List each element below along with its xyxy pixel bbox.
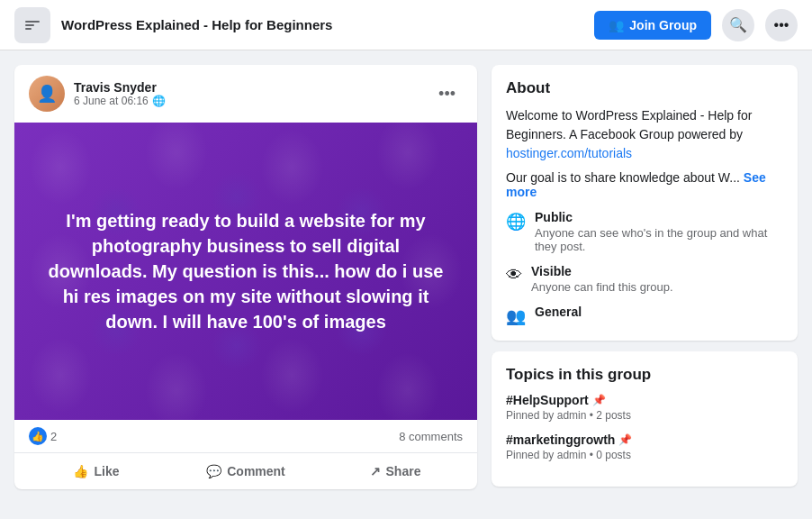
topic-name-text-1: #marketinggrowth bbox=[506, 432, 615, 447]
reactions-count: 2 bbox=[50, 430, 57, 443]
goal-text: Our goal is to share knowledge about W..… bbox=[506, 170, 740, 185]
post-stats: 👍 2 8 comments bbox=[14, 420, 477, 453]
sidebar: About Welcome to WordPress Explained - H… bbox=[492, 65, 798, 487]
like-button[interactable]: 👍 Like bbox=[22, 457, 171, 486]
general-content: General bbox=[535, 305, 582, 319]
join-group-label: Join Group bbox=[629, 18, 697, 32]
post-more-icon: ••• bbox=[438, 85, 456, 103]
eye-icon: 👁 bbox=[506, 266, 522, 285]
search-icon: 🔍 bbox=[729, 16, 747, 33]
svg-rect-3 bbox=[25, 28, 32, 30]
about-goal: Our goal is to share knowledge about W..… bbox=[506, 170, 783, 199]
visible-desc: Anyone can find this group. bbox=[531, 280, 673, 294]
about-card: About Welcome to WordPress Explained - H… bbox=[492, 65, 798, 341]
about-title: About bbox=[506, 79, 783, 97]
main-content: 👤 Travis Snyder 6 June at 06:16 🌐 ••• I'… bbox=[0, 50, 812, 504]
svg-rect-1 bbox=[25, 21, 40, 23]
post-actions: 👍 Like 💬 Comment ↗ Share bbox=[14, 453, 477, 489]
topic-item-1: #marketinggrowth 📌 Pinned by admin • 0 p… bbox=[506, 432, 783, 461]
about-visible-item: 👁 Visible Anyone can find this group. bbox=[506, 264, 783, 294]
share-button[interactable]: ↗ Share bbox=[320, 457, 470, 486]
topic-meta-0: Pinned by admin • 2 posts bbox=[506, 409, 783, 422]
topics-title: Topics in this group bbox=[506, 366, 783, 384]
more-icon: ••• bbox=[774, 17, 789, 33]
like-icon: 👍 bbox=[73, 464, 88, 478]
comment-button[interactable]: 💬 Comment bbox=[171, 457, 320, 486]
about-description: Welcome to WordPress Explained - Help fo… bbox=[506, 106, 783, 163]
public-title: Public bbox=[535, 210, 783, 224]
visible-content: Visible Anyone can find this group. bbox=[531, 264, 673, 294]
topic-meta-text-1: Pinned by admin • 0 posts bbox=[506, 449, 631, 461]
about-general-item: 👥 General bbox=[506, 305, 783, 326]
post-author: Travis Snyder bbox=[74, 80, 422, 95]
topics-card: Topics in this group #HelpSupport 📌 Pinn… bbox=[492, 351, 798, 487]
public-desc: Anyone can see who's in the group and wh… bbox=[535, 226, 783, 253]
topic-meta-1: Pinned by admin • 0 posts bbox=[506, 449, 783, 461]
join-group-button[interactable]: 👥 Join Group bbox=[594, 11, 711, 40]
group-logo bbox=[14, 7, 50, 43]
avatar-image: 👤 bbox=[29, 76, 65, 112]
topic-item-0: #HelpSupport 📌 Pinned by admin • 2 posts bbox=[506, 393, 783, 422]
topic-name-1: #marketinggrowth 📌 bbox=[506, 432, 783, 447]
like-reaction-icon: 👍 bbox=[29, 427, 47, 445]
general-title: General bbox=[535, 305, 582, 319]
post-privacy-icon: 🌐 bbox=[152, 95, 166, 107]
search-button[interactable]: 🔍 bbox=[722, 9, 754, 41]
more-options-button[interactable]: ••• bbox=[765, 9, 798, 41]
like-label: Like bbox=[94, 464, 119, 478]
topic-name-text-0: #HelpSupport bbox=[506, 393, 589, 407]
about-public-item: 🌐 Public Anyone can see who's in the gro… bbox=[506, 210, 783, 253]
visible-title: Visible bbox=[531, 264, 673, 278]
comment-label: Comment bbox=[227, 464, 285, 478]
post-meta: Travis Snyder 6 June at 06:16 🌐 bbox=[74, 80, 422, 107]
post-time: 6 June at 06:16 🌐 bbox=[74, 95, 422, 107]
public-content: Public Anyone can see who's in the group… bbox=[535, 210, 783, 253]
feed: 👤 Travis Snyder 6 June at 06:16 🌐 ••• I'… bbox=[14, 65, 477, 489]
topic-name-0: #HelpSupport 📌 bbox=[506, 393, 783, 407]
reactions: 👍 2 bbox=[29, 427, 57, 445]
post-header: 👤 Travis Snyder 6 June at 06:16 🌐 ••• bbox=[14, 65, 477, 123]
post-image: I'm getting ready to build a website for… bbox=[14, 123, 477, 420]
post-more-button[interactable]: ••• bbox=[431, 81, 463, 107]
post-card: 👤 Travis Snyder 6 June at 06:16 🌐 ••• I'… bbox=[14, 65, 477, 489]
post-image-text: I'm getting ready to build a website for… bbox=[14, 172, 477, 370]
comments-count: 8 comments bbox=[399, 430, 463, 443]
avatar: 👤 bbox=[29, 76, 65, 112]
comment-icon: 💬 bbox=[206, 464, 221, 478]
svg-rect-2 bbox=[25, 24, 34, 26]
post-time-text: 6 June at 06:16 bbox=[74, 95, 149, 107]
topic-meta-text-0: Pinned by admin • 2 posts bbox=[506, 409, 631, 422]
topic-pin-icon-0: 📌 bbox=[592, 394, 606, 406]
topic-pin-icon-1: 📌 bbox=[618, 433, 632, 446]
globe-icon: 🌐 bbox=[506, 212, 526, 232]
join-group-icon: 👥 bbox=[609, 18, 624, 32]
about-desc-text: Welcome to WordPress Explained - Help fo… bbox=[506, 108, 752, 141]
about-link[interactable]: hostinger.com/tutorials bbox=[506, 146, 632, 160]
people-icon: 👥 bbox=[506, 306, 526, 326]
wordpress-icon bbox=[22, 14, 43, 36]
share-label: Share bbox=[386, 464, 421, 478]
header: WordPress Explained - Help for Beginners… bbox=[0, 0, 812, 50]
group-title: WordPress Explained - Help for Beginners bbox=[61, 17, 583, 32]
share-icon: ↗ bbox=[370, 464, 381, 478]
